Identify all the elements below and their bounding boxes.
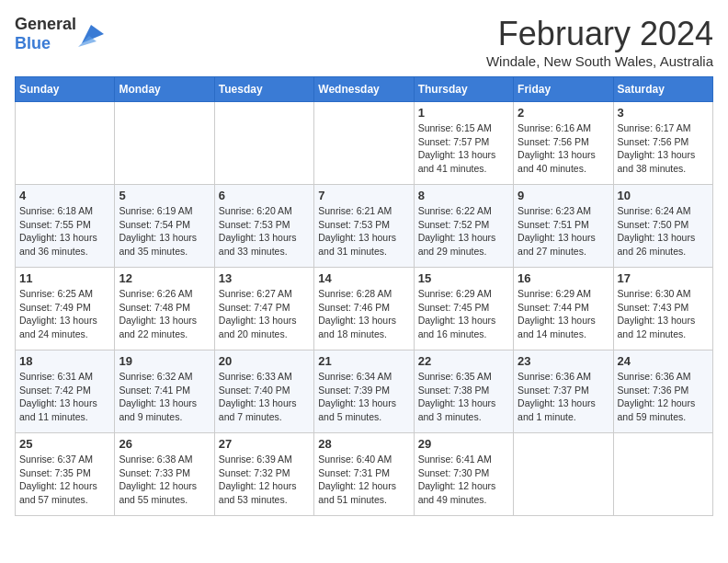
calendar-week-row: 25Sunrise: 6:37 AM Sunset: 7:35 PM Dayli… (16, 433, 713, 516)
day-info: Sunrise: 6:35 AM Sunset: 7:38 PM Dayligh… (418, 370, 509, 424)
day-info: Sunrise: 6:31 AM Sunset: 7:42 PM Dayligh… (19, 370, 110, 424)
day-info: Sunrise: 6:30 AM Sunset: 7:43 PM Dayligh… (618, 287, 709, 341)
calendar-cell: 22Sunrise: 6:35 AM Sunset: 7:38 PM Dayli… (414, 350, 513, 433)
calendar-cell: 9Sunrise: 6:23 AM Sunset: 7:51 PM Daylig… (514, 185, 613, 268)
logo-text: General Blue (15, 15, 76, 53)
calendar-cell (115, 102, 214, 185)
day-info: Sunrise: 6:24 AM Sunset: 7:50 PM Dayligh… (618, 204, 709, 259)
day-number: 2 (518, 106, 609, 120)
day-number: 17 (618, 271, 709, 285)
day-number: 1 (418, 106, 509, 120)
day-info: Sunrise: 6:38 AM Sunset: 7:33 PM Dayligh… (119, 453, 210, 507)
location: Windale, New South Wales, Australia (486, 53, 713, 69)
day-info: Sunrise: 6:18 AM Sunset: 7:55 PM Dayligh… (19, 204, 110, 259)
day-info: Sunrise: 6:20 AM Sunset: 7:53 PM Dayligh… (219, 204, 310, 259)
day-info: Sunrise: 6:39 AM Sunset: 7:32 PM Dayligh… (219, 453, 310, 507)
day-number: 12 (119, 271, 210, 285)
calendar-week-row: 18Sunrise: 6:31 AM Sunset: 7:42 PM Dayli… (16, 350, 713, 433)
day-header-friday: Friday (514, 77, 613, 102)
calendar-cell: 10Sunrise: 6:24 AM Sunset: 7:50 PM Dayli… (613, 185, 712, 268)
day-number: 14 (318, 271, 409, 285)
day-number: 23 (518, 354, 609, 368)
day-info: Sunrise: 6:15 AM Sunset: 7:57 PM Dayligh… (418, 121, 509, 176)
logo-icon (78, 21, 104, 47)
day-number: 15 (418, 271, 509, 285)
day-number: 26 (119, 437, 210, 451)
calendar-cell: 13Sunrise: 6:27 AM Sunset: 7:47 PM Dayli… (214, 268, 313, 350)
day-number: 19 (119, 354, 210, 368)
day-number: 20 (219, 354, 310, 368)
day-info: Sunrise: 6:27 AM Sunset: 7:47 PM Dayligh… (219, 287, 310, 341)
day-number: 27 (219, 437, 310, 451)
calendar-cell: 1Sunrise: 6:15 AM Sunset: 7:57 PM Daylig… (414, 102, 513, 185)
day-header-wednesday: Wednesday (314, 77, 414, 102)
day-header-tuesday: Tuesday (214, 77, 313, 102)
day-number: 4 (19, 189, 110, 202)
day-info: Sunrise: 6:36 AM Sunset: 7:36 PM Dayligh… (618, 370, 709, 424)
calendar-cell: 4Sunrise: 6:18 AM Sunset: 7:55 PM Daylig… (16, 185, 115, 268)
calendar-cell: 6Sunrise: 6:20 AM Sunset: 7:53 PM Daylig… (214, 185, 313, 268)
day-info: Sunrise: 6:23 AM Sunset: 7:51 PM Dayligh… (518, 204, 609, 259)
calendar-week-row: 4Sunrise: 6:18 AM Sunset: 7:55 PM Daylig… (16, 185, 713, 268)
day-info: Sunrise: 6:36 AM Sunset: 7:37 PM Dayligh… (518, 370, 609, 424)
calendar-header-row: SundayMondayTuesdayWednesdayThursdayFrid… (16, 77, 713, 102)
page-header: General Blue February 2024 Windale, New … (15, 15, 713, 69)
calendar-cell: 12Sunrise: 6:26 AM Sunset: 7:48 PM Dayli… (115, 268, 214, 350)
day-number: 29 (418, 437, 509, 451)
calendar-week-row: 1Sunrise: 6:15 AM Sunset: 7:57 PM Daylig… (16, 102, 713, 185)
day-number: 16 (518, 271, 609, 285)
day-info: Sunrise: 6:41 AM Sunset: 7:30 PM Dayligh… (418, 453, 509, 507)
calendar-cell: 19Sunrise: 6:32 AM Sunset: 7:41 PM Dayli… (115, 350, 214, 433)
calendar-cell: 5Sunrise: 6:19 AM Sunset: 7:54 PM Daylig… (115, 185, 214, 268)
logo-general: General (15, 15, 76, 33)
calendar-cell: 7Sunrise: 6:21 AM Sunset: 7:53 PM Daylig… (314, 185, 414, 268)
day-info: Sunrise: 6:29 AM Sunset: 7:45 PM Dayligh… (418, 287, 509, 341)
day-number: 13 (219, 271, 310, 285)
calendar-cell (214, 102, 313, 185)
day-info: Sunrise: 6:33 AM Sunset: 7:40 PM Dayligh… (219, 370, 310, 424)
day-number: 21 (318, 354, 409, 368)
calendar-cell: 14Sunrise: 6:28 AM Sunset: 7:46 PM Dayli… (314, 268, 414, 350)
calendar-cell: 16Sunrise: 6:29 AM Sunset: 7:44 PM Dayli… (514, 268, 613, 350)
day-info: Sunrise: 6:22 AM Sunset: 7:52 PM Dayligh… (418, 204, 509, 259)
calendar-table: SundayMondayTuesdayWednesdayThursdayFrid… (15, 76, 713, 516)
day-info: Sunrise: 6:21 AM Sunset: 7:53 PM Dayligh… (318, 204, 409, 259)
calendar-week-row: 11Sunrise: 6:25 AM Sunset: 7:49 PM Dayli… (16, 268, 713, 350)
calendar-cell: 28Sunrise: 6:40 AM Sunset: 7:31 PM Dayli… (314, 433, 414, 516)
day-number: 28 (318, 437, 409, 451)
calendar-cell: 27Sunrise: 6:39 AM Sunset: 7:32 PM Dayli… (214, 433, 313, 516)
day-header-saturday: Saturday (613, 77, 712, 102)
logo: General Blue (15, 15, 104, 53)
calendar-cell: 25Sunrise: 6:37 AM Sunset: 7:35 PM Dayli… (16, 433, 115, 516)
calendar-cell: 21Sunrise: 6:34 AM Sunset: 7:39 PM Dayli… (314, 350, 414, 433)
calendar-cell (514, 433, 613, 516)
calendar-cell: 23Sunrise: 6:36 AM Sunset: 7:37 PM Dayli… (514, 350, 613, 433)
day-number: 18 (19, 354, 110, 368)
day-info: Sunrise: 6:17 AM Sunset: 7:56 PM Dayligh… (618, 121, 709, 176)
calendar-cell: 24Sunrise: 6:36 AM Sunset: 7:36 PM Dayli… (613, 350, 712, 433)
logo-blue: Blue (15, 34, 51, 52)
calendar-cell: 26Sunrise: 6:38 AM Sunset: 7:33 PM Dayli… (115, 433, 214, 516)
day-info: Sunrise: 6:29 AM Sunset: 7:44 PM Dayligh… (518, 287, 609, 341)
day-number: 9 (518, 189, 609, 202)
day-info: Sunrise: 6:25 AM Sunset: 7:49 PM Dayligh… (19, 287, 110, 341)
day-header-thursday: Thursday (414, 77, 513, 102)
day-number: 3 (618, 106, 709, 120)
day-info: Sunrise: 6:26 AM Sunset: 7:48 PM Dayligh… (119, 287, 210, 341)
day-info: Sunrise: 6:28 AM Sunset: 7:46 PM Dayligh… (318, 287, 409, 341)
month-title: February 2024 (486, 15, 713, 53)
day-header-monday: Monday (115, 77, 214, 102)
calendar-cell: 20Sunrise: 6:33 AM Sunset: 7:40 PM Dayli… (214, 350, 313, 433)
day-info: Sunrise: 6:34 AM Sunset: 7:39 PM Dayligh… (318, 370, 409, 424)
day-info: Sunrise: 6:37 AM Sunset: 7:35 PM Dayligh… (19, 453, 110, 507)
calendar-cell: 2Sunrise: 6:16 AM Sunset: 7:56 PM Daylig… (514, 102, 613, 185)
day-number: 8 (418, 189, 509, 202)
calendar-cell: 17Sunrise: 6:30 AM Sunset: 7:43 PM Dayli… (613, 268, 712, 350)
day-info: Sunrise: 6:16 AM Sunset: 7:56 PM Dayligh… (518, 121, 609, 176)
day-number: 25 (19, 437, 110, 451)
calendar-cell: 3Sunrise: 6:17 AM Sunset: 7:56 PM Daylig… (613, 102, 712, 185)
day-number: 24 (618, 354, 709, 368)
day-number: 7 (318, 189, 409, 202)
calendar-cell: 8Sunrise: 6:22 AM Sunset: 7:52 PM Daylig… (414, 185, 513, 268)
day-info: Sunrise: 6:40 AM Sunset: 7:31 PM Dayligh… (318, 453, 409, 507)
